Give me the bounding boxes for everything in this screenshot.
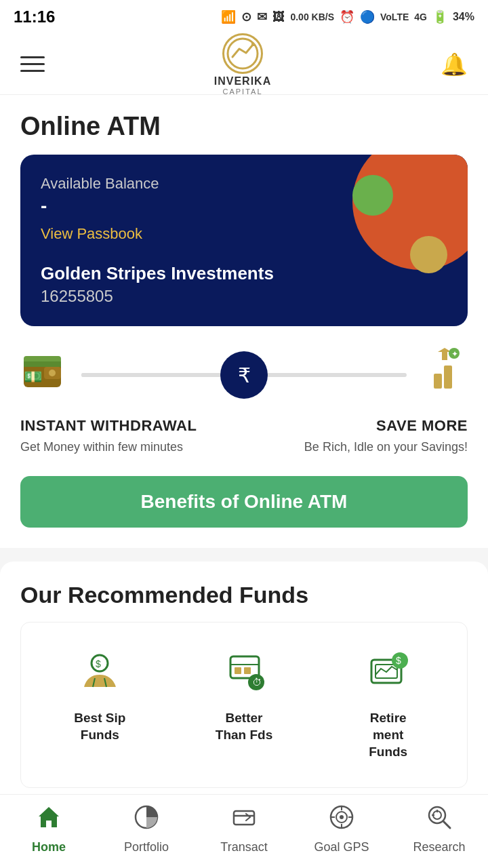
volte-icon: VoLTE <box>380 12 409 22</box>
svg-text:$: $ <box>396 655 401 666</box>
goal-gps-icon <box>329 804 354 836</box>
account-number: 16255805 <box>41 287 447 306</box>
top-nav: INVERIKA CAPITAL 🔔 <box>0 34 488 95</box>
nav-goal-gps[interactable]: Goal GPS <box>293 804 390 854</box>
home-icon <box>36 804 62 836</box>
nav-goal-gps-label: Goal GPS <box>314 840 369 854</box>
slider-thumb[interactable]: ₹ <box>220 351 268 399</box>
logo-circle <box>222 33 263 74</box>
svg-point-6 <box>49 370 56 376</box>
svg-point-0 <box>228 39 258 68</box>
portfolio-icon <box>134 804 159 836</box>
view-passbook-link[interactable]: View Passbook <box>41 225 447 243</box>
status-bar: 11:16 📶 ⊙ ✉ 🖼 0.00 KB/S ⏰ 🔵 VoLTE 4G 🔋 3… <box>0 0 488 34</box>
nav-portfolio[interactable]: Portfolio <box>98 804 195 854</box>
instant-withdrawal: INSTANT WITHDRAWAL Get Money within few … <box>20 417 197 456</box>
svg-rect-8 <box>434 374 442 389</box>
svg-text:💵: 💵 <box>24 368 43 386</box>
funds-card: $ Best SipFunds ⏱ <box>20 622 468 788</box>
nav-transact-label: Transact <box>220 840 267 854</box>
funds-title: Our Recommended Funds <box>20 582 468 608</box>
fund-better-fds[interactable]: ⏱ BetterThan Fds <box>179 650 310 760</box>
save-more-desc: Be Rich, Idle on your Savings! <box>304 439 468 456</box>
gallery-icon: 🖼 <box>272 10 285 24</box>
best-sip-label: Best SipFunds <box>74 710 125 743</box>
battery-icon: 🔋 <box>432 9 447 24</box>
logo-sub: CAPITAL <box>222 87 262 96</box>
better-fds-label: BetterThan Fds <box>216 710 272 743</box>
instant-withdrawal-desc: Get Money within few minutes <box>20 439 197 456</box>
svg-marker-27 <box>39 807 59 827</box>
instant-withdrawal-title: INSTANT WITHDRAWAL <box>20 417 197 435</box>
fund-retirement[interactable]: $ RetirementFunds <box>323 650 453 760</box>
research-icon <box>426 804 452 836</box>
invest-icon: ✦ <box>420 347 468 403</box>
transact-icon <box>231 804 257 836</box>
better-fds-icon: ⏱ <box>222 650 266 703</box>
svg-line-39 <box>443 821 450 828</box>
retirement-label: RetirementFunds <box>369 710 407 760</box>
svg-rect-20 <box>244 667 251 674</box>
features-row: INSTANT WITHDRAWAL Get Money within few … <box>20 410 468 469</box>
svg-rect-4 <box>24 361 61 367</box>
best-sip-icon: $ <box>78 650 122 703</box>
svg-rect-29 <box>234 811 254 825</box>
nav-portfolio-label: Portfolio <box>124 840 169 854</box>
svg-text:✦: ✦ <box>451 349 458 359</box>
svg-point-33 <box>340 815 344 819</box>
slider-fill <box>81 373 244 377</box>
atm-card: Available Balance - View Passbook Golden… <box>20 155 468 326</box>
slider-track[interactable]: ₹ <box>81 373 407 377</box>
balance-value: - <box>41 195 447 217</box>
logo: INVERIKA CAPITAL <box>214 33 271 96</box>
svg-rect-19 <box>235 667 241 674</box>
wifi-icon: ⊙ <box>241 9 251 24</box>
svg-text:$: $ <box>96 658 101 669</box>
wallet-icon: 💵 <box>20 347 68 403</box>
save-more: SAVE MORE Be Rich, Idle on your Savings! <box>304 417 468 456</box>
transfer-slider: 💵 ₹ ✦ <box>20 326 468 410</box>
signal-icon: 📶 <box>221 9 236 24</box>
save-more-title: SAVE MORE <box>304 417 468 435</box>
nav-home-label: Home <box>32 840 66 854</box>
nav-home[interactable]: Home <box>0 804 98 854</box>
funds-grid: $ Best SipFunds ⏱ <box>35 636 453 774</box>
fund-best-sip[interactable]: $ Best SipFunds <box>35 650 165 760</box>
recommended-funds-section: Our Recommended Funds $ Best SipFunds <box>0 561 488 808</box>
notification-bell[interactable]: 🔔 <box>441 52 468 77</box>
nav-research-label: Research <box>413 840 465 854</box>
mail-icon: ✉ <box>257 9 267 24</box>
hamburger-menu[interactable] <box>20 56 45 72</box>
status-icons: 📶 ⊙ ✉ 🖼 0.00 KB/S ⏰ 🔵 VoLTE 4G 🔋 34% <box>221 9 474 24</box>
main-content: Online ATM Available Balance - View Pass… <box>0 95 488 548</box>
balance-label: Available Balance <box>41 175 447 193</box>
status-time: 11:16 <box>14 7 55 26</box>
bluetooth-icon: 🔵 <box>360 9 375 24</box>
logo-text: INVERIKA <box>214 75 271 87</box>
svg-rect-9 <box>444 366 452 389</box>
sim-icon: 4G <box>414 12 427 22</box>
page-title: Online ATM <box>20 95 468 155</box>
battery-percent: 34% <box>453 11 474 23</box>
nav-research[interactable]: Research <box>390 804 488 854</box>
account-name: Golden Stripes Investments <box>41 263 447 284</box>
retirement-icon: $ <box>366 650 410 703</box>
bottom-navigation: Home Portfolio Transact <box>0 794 488 868</box>
svg-text:⏱: ⏱ <box>252 677 262 688</box>
nav-transact[interactable]: Transact <box>195 804 293 854</box>
data-icon: 0.00 KB/S <box>290 12 334 22</box>
benefits-button[interactable]: Benefits of Online ATM <box>20 476 468 528</box>
clock-icon: ⏰ <box>340 9 354 24</box>
